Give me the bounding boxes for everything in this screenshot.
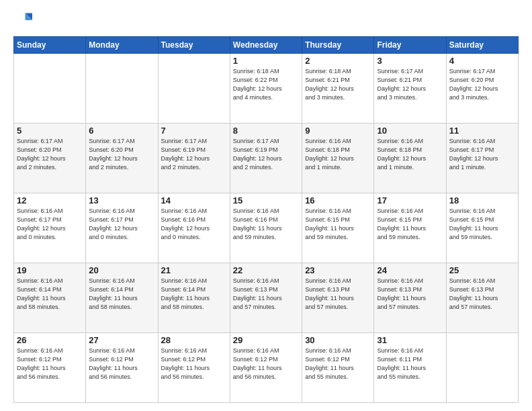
day-number: 11: [449, 126, 515, 136]
day-number: 13: [89, 195, 154, 205]
day-header-friday: Friday: [374, 37, 446, 54]
day-number: 25: [449, 265, 515, 275]
day-cell: 15Sunrise: 6:16 AM Sunset: 6:16 PM Dayli…: [230, 193, 302, 263]
day-cell: 13Sunrise: 6:16 AM Sunset: 6:17 PM Dayli…: [86, 193, 158, 263]
day-info: Sunrise: 6:16 AM Sunset: 6:12 PM Dayligh…: [161, 347, 227, 381]
header-row: SundayMondayTuesdayWednesdayThursdayFrid…: [14, 37, 519, 54]
day-cell: [14, 54, 86, 124]
day-info: Sunrise: 6:17 AM Sunset: 6:20 PM Dayligh…: [449, 67, 515, 102]
day-number: 12: [17, 195, 83, 205]
day-info: Sunrise: 6:17 AM Sunset: 6:20 PM Dayligh…: [89, 137, 154, 172]
day-info: Sunrise: 6:16 AM Sunset: 6:14 PM Dayligh…: [89, 277, 154, 312]
day-info: Sunrise: 6:16 AM Sunset: 6:16 PM Dayligh…: [233, 207, 299, 242]
day-info: Sunrise: 6:16 AM Sunset: 6:13 PM Dayligh…: [305, 277, 371, 312]
day-info: Sunrise: 6:16 AM Sunset: 6:14 PM Dayligh…: [161, 277, 227, 312]
day-number: 8: [233, 126, 299, 136]
day-info: Sunrise: 6:17 AM Sunset: 6:20 PM Dayligh…: [17, 137, 83, 172]
day-info: Sunrise: 6:16 AM Sunset: 6:15 PM Dayligh…: [377, 207, 443, 242]
day-cell: 17Sunrise: 6:16 AM Sunset: 6:15 PM Dayli…: [374, 193, 446, 263]
day-cell: 12Sunrise: 6:16 AM Sunset: 6:17 PM Dayli…: [14, 193, 86, 263]
calendar-table: SundayMondayTuesdayWednesdayThursdayFrid…: [13, 36, 519, 403]
week-row-5: 26Sunrise: 6:16 AM Sunset: 6:12 PM Dayli…: [14, 333, 519, 403]
day-number: 29: [233, 335, 299, 345]
day-cell: 21Sunrise: 6:16 AM Sunset: 6:14 PM Dayli…: [158, 263, 230, 333]
day-cell: 20Sunrise: 6:16 AM Sunset: 6:14 PM Dayli…: [86, 263, 158, 333]
day-info: Sunrise: 6:16 AM Sunset: 6:18 PM Dayligh…: [305, 137, 371, 172]
day-cell: 27Sunrise: 6:16 AM Sunset: 6:12 PM Dayli…: [86, 333, 158, 403]
day-number: 1: [233, 56, 299, 66]
day-number: 27: [89, 335, 154, 345]
day-info: Sunrise: 6:16 AM Sunset: 6:12 PM Dayligh…: [233, 347, 299, 381]
day-cell: 18Sunrise: 6:16 AM Sunset: 6:15 PM Dayli…: [446, 193, 518, 263]
day-number: 16: [305, 195, 371, 205]
week-row-1: 1Sunrise: 6:18 AM Sunset: 6:22 PM Daylig…: [14, 54, 519, 124]
day-info: Sunrise: 6:16 AM Sunset: 6:13 PM Dayligh…: [449, 277, 515, 312]
day-info: Sunrise: 6:16 AM Sunset: 6:16 PM Dayligh…: [161, 207, 227, 242]
day-info: Sunrise: 6:16 AM Sunset: 6:17 PM Dayligh…: [89, 207, 154, 242]
day-number: 28: [161, 335, 227, 345]
page: SundayMondayTuesdayWednesdayThursdayFrid…: [0, 0, 532, 411]
day-number: 31: [377, 335, 443, 345]
day-number: 26: [17, 335, 83, 345]
day-info: Sunrise: 6:16 AM Sunset: 6:14 PM Dayligh…: [17, 277, 83, 312]
day-info: Sunrise: 6:16 AM Sunset: 6:15 PM Dayligh…: [449, 207, 515, 242]
day-number: 24: [377, 265, 443, 275]
day-number: 4: [449, 56, 515, 66]
day-header-tuesday: Tuesday: [158, 37, 230, 54]
day-info: Sunrise: 6:18 AM Sunset: 6:21 PM Dayligh…: [305, 67, 371, 102]
day-cell: 11Sunrise: 6:16 AM Sunset: 6:17 PM Dayli…: [446, 124, 518, 193]
day-cell: 28Sunrise: 6:16 AM Sunset: 6:12 PM Dayli…: [158, 333, 230, 403]
day-cell: 16Sunrise: 6:16 AM Sunset: 6:15 PM Dayli…: [302, 193, 374, 263]
day-number: 10: [377, 126, 443, 136]
day-number: 3: [377, 56, 443, 66]
day-cell: 4Sunrise: 6:17 AM Sunset: 6:20 PM Daylig…: [446, 54, 518, 124]
week-row-3: 12Sunrise: 6:16 AM Sunset: 6:17 PM Dayli…: [14, 193, 519, 263]
day-cell: 14Sunrise: 6:16 AM Sunset: 6:16 PM Dayli…: [158, 193, 230, 263]
calendar-body: 1Sunrise: 6:18 AM Sunset: 6:22 PM Daylig…: [14, 54, 519, 403]
day-info: Sunrise: 6:18 AM Sunset: 6:22 PM Dayligh…: [233, 67, 299, 102]
day-cell: 24Sunrise: 6:16 AM Sunset: 6:13 PM Dayli…: [374, 263, 446, 333]
day-number: 7: [161, 126, 227, 136]
day-header-wednesday: Wednesday: [230, 37, 302, 54]
day-cell: 2Sunrise: 6:18 AM Sunset: 6:21 PM Daylig…: [302, 54, 374, 124]
day-cell: 8Sunrise: 6:17 AM Sunset: 6:19 PM Daylig…: [230, 124, 302, 193]
day-number: 23: [305, 265, 371, 275]
day-number: 18: [449, 195, 515, 205]
day-number: 5: [17, 126, 83, 136]
day-header-sunday: Sunday: [14, 37, 86, 54]
day-cell: 26Sunrise: 6:16 AM Sunset: 6:12 PM Dayli…: [14, 333, 86, 403]
day-header-thursday: Thursday: [302, 37, 374, 54]
logo-icon: [13, 11, 32, 30]
day-number: 6: [89, 126, 154, 136]
day-info: Sunrise: 6:16 AM Sunset: 6:12 PM Dayligh…: [17, 347, 83, 381]
day-cell: 1Sunrise: 6:18 AM Sunset: 6:22 PM Daylig…: [230, 54, 302, 124]
day-info: Sunrise: 6:16 AM Sunset: 6:15 PM Dayligh…: [305, 207, 371, 242]
calendar-header: SundayMondayTuesdayWednesdayThursdayFrid…: [14, 37, 519, 54]
day-cell: [158, 54, 230, 124]
day-cell: 3Sunrise: 6:17 AM Sunset: 6:21 PM Daylig…: [374, 54, 446, 124]
day-cell: 6Sunrise: 6:17 AM Sunset: 6:20 PM Daylig…: [86, 124, 158, 193]
day-number: 15: [233, 195, 299, 205]
day-number: 19: [17, 265, 83, 275]
day-cell: 19Sunrise: 6:16 AM Sunset: 6:14 PM Dayli…: [14, 263, 86, 333]
week-row-4: 19Sunrise: 6:16 AM Sunset: 6:14 PM Dayli…: [14, 263, 519, 333]
day-info: Sunrise: 6:16 AM Sunset: 6:13 PM Dayligh…: [233, 277, 299, 312]
day-number: 30: [305, 335, 371, 345]
day-number: 21: [161, 265, 227, 275]
day-number: 20: [89, 265, 154, 275]
day-cell: 9Sunrise: 6:16 AM Sunset: 6:18 PM Daylig…: [302, 124, 374, 193]
day-cell: [86, 54, 158, 124]
day-cell: 29Sunrise: 6:16 AM Sunset: 6:12 PM Dayli…: [230, 333, 302, 403]
logo: [13, 11, 35, 30]
day-info: Sunrise: 6:17 AM Sunset: 6:21 PM Dayligh…: [377, 67, 443, 102]
day-cell: 30Sunrise: 6:16 AM Sunset: 6:12 PM Dayli…: [302, 333, 374, 403]
day-info: Sunrise: 6:16 AM Sunset: 6:18 PM Dayligh…: [377, 137, 443, 172]
day-cell: 23Sunrise: 6:16 AM Sunset: 6:13 PM Dayli…: [302, 263, 374, 333]
day-cell: 25Sunrise: 6:16 AM Sunset: 6:13 PM Dayli…: [446, 263, 518, 333]
day-info: Sunrise: 6:17 AM Sunset: 6:19 PM Dayligh…: [233, 137, 299, 172]
day-number: 2: [305, 56, 371, 66]
day-number: 14: [161, 195, 227, 205]
day-info: Sunrise: 6:16 AM Sunset: 6:13 PM Dayligh…: [377, 277, 443, 312]
day-info: Sunrise: 6:17 AM Sunset: 6:19 PM Dayligh…: [161, 137, 227, 172]
day-cell: [446, 333, 518, 403]
